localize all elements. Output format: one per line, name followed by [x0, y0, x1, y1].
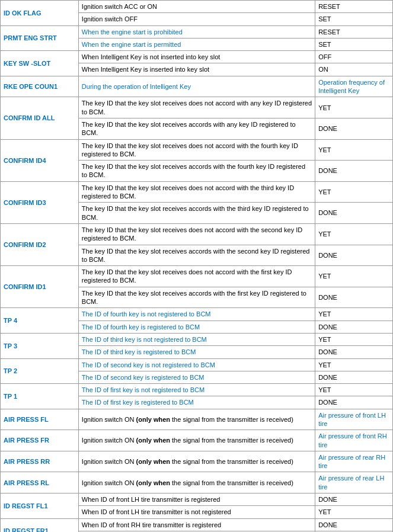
row-description: Ignition switch ON (only when the signal…	[78, 451, 315, 472]
row-label: KEY SW -SLOT	[1, 51, 79, 76]
row-label: RKE OPE COUN1	[1, 76, 79, 97]
row-label: CONFIRM ID4	[1, 139, 79, 181]
row-label: AIR PRESS RR	[1, 451, 79, 472]
row-description: The ID of fourth key is not registered t…	[78, 308, 315, 321]
row-description: Ignition switch ACC or ON	[78, 1, 315, 13]
row-description: When Intelligent Key is not inserted int…	[78, 51, 315, 63]
row-description: Ignition switch ON (only when the signal…	[78, 409, 315, 430]
row-description: The ID of second key is not registered t…	[78, 358, 315, 371]
row-label: AIR PRESS FR	[1, 430, 79, 451]
row-value: DONE	[315, 371, 393, 383]
row-label: CONFRM ID ALL	[1, 97, 79, 139]
row-description: When ID of front LH tire transmitter is …	[78, 506, 315, 518]
row-value: Air pressure of front LH tire	[315, 409, 393, 430]
row-description: The key ID that the key slot receives do…	[78, 97, 315, 118]
row-value: YET	[315, 139, 393, 161]
row-description: When ID of front LH tire transmitter is …	[78, 493, 315, 506]
row-description: When the engine start is permitted	[78, 38, 315, 50]
row-value: YET	[315, 506, 393, 518]
row-value: DONE	[315, 203, 393, 224]
row-value: YET	[315, 333, 393, 345]
row-description: The ID of third key is registered to BCM	[78, 346, 315, 358]
row-description: The key ID that the key slot receives do…	[78, 266, 315, 287]
row-label: TP 2	[1, 358, 79, 384]
row-description: Ignition switch ON (only when the signal…	[78, 472, 315, 493]
row-description: The key ID that the key slot receives do…	[78, 223, 315, 245]
row-value: SET	[315, 38, 393, 50]
row-value: Air pressure of rear RH tire	[315, 451, 393, 472]
row-value: YET	[315, 97, 393, 118]
row-label: CONFIRM ID1	[1, 266, 79, 308]
row-label: TP 4	[1, 308, 79, 334]
row-value: DONE	[315, 287, 393, 308]
row-description: During the operation of Intelligent Key	[78, 76, 315, 97]
row-value: Air pressure of front RH tire	[315, 430, 393, 451]
row-value: DONE	[315, 161, 393, 182]
row-value: YET	[315, 266, 393, 287]
row-value: Operation frequency of Intelligent Key	[315, 76, 393, 97]
row-description: The key ID that the key slot receives do…	[78, 181, 315, 203]
row-value: SET	[315, 13, 393, 25]
row-description: The ID of third key is not registered to…	[78, 333, 315, 345]
row-value: DONE	[315, 245, 393, 266]
row-label: AIR PRESS FL	[1, 409, 79, 430]
row-value: RESET	[315, 1, 393, 13]
row-label: ID REGST FR1	[1, 518, 79, 532]
row-label: ID OK FLAG	[1, 1, 79, 26]
row-value: DONE	[315, 118, 393, 139]
row-label: CONFIRM ID2	[1, 223, 79, 265]
row-description: When ID of front RH tire transmitter is …	[78, 518, 315, 531]
row-label: TP 3	[1, 333, 79, 358]
row-description: Ignition switch ON (only when the signal…	[78, 430, 315, 451]
row-description: When the engine start is prohibited	[78, 25, 315, 38]
row-value: DONE	[315, 493, 393, 506]
row-value: DONE	[315, 346, 393, 358]
row-description: The key ID that the key slot receives do…	[78, 139, 315, 161]
row-description: The key ID that the key slot receives ac…	[78, 245, 315, 266]
row-description: The key ID that the key slot receives ac…	[78, 161, 315, 182]
row-description: The key ID that the key slot receives ac…	[78, 203, 315, 224]
row-label: AIR PRESS RL	[1, 472, 79, 493]
row-value: YET	[315, 181, 393, 203]
row-value: DONE	[315, 396, 393, 409]
row-value: DONE	[315, 518, 393, 531]
row-value: RESET	[315, 25, 393, 38]
row-value: OFF	[315, 51, 393, 63]
row-description: The ID of fourth key is registered to BC…	[78, 321, 315, 333]
row-value: YET	[315, 384, 393, 396]
row-description: The ID of first key is registered to BCM	[78, 396, 315, 409]
row-value: Air pressure of rear LH tire	[315, 472, 393, 493]
row-label: ID REGST FL1	[1, 493, 79, 519]
data-table: ID OK FLAGIgnition switch ACC or ONRESET…	[0, 0, 393, 532]
row-label: CONFIRM ID3	[1, 181, 79, 223]
row-description: The key ID that the key slot receives ac…	[78, 118, 315, 139]
row-description: The ID of second key is registered to BC…	[78, 371, 315, 383]
row-value: YET	[315, 308, 393, 321]
row-description: Ignition switch OFF	[78, 13, 315, 25]
row-label: TP 1	[1, 384, 79, 409]
row-description: The key ID that the key slot receives ac…	[78, 287, 315, 308]
row-label: PRMT ENG STRT	[1, 25, 79, 51]
row-value: DONE	[315, 321, 393, 333]
row-description: The ID of first key is not registered to…	[78, 384, 315, 396]
row-value: YET	[315, 358, 393, 371]
row-value: YET	[315, 223, 393, 245]
row-value: ON	[315, 63, 393, 76]
row-description: When Intelligent Key is inserted into ke…	[78, 63, 315, 76]
